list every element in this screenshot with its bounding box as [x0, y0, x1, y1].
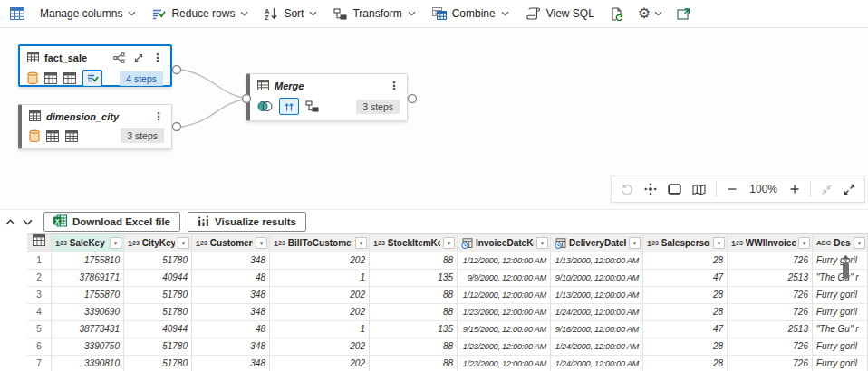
expand-diagram-icon[interactable] [838, 181, 861, 198]
column-header-CustomerKey[interactable]: 123CustomerKey▾ [192, 233, 270, 252]
fit-to-screen-icon[interactable] [662, 181, 687, 197]
cell[interactable]: 202 [270, 252, 370, 270]
node-menu-icon[interactable]: ⋮ [153, 112, 164, 121]
table-step-icon[interactable] [63, 72, 76, 84]
expanded-column-step-icon[interactable] [279, 98, 299, 115]
cell[interactable]: 1755810 [52, 252, 124, 270]
database-icon[interactable] [29, 129, 40, 143]
visualize-results-button[interactable]: Visualize results [188, 212, 306, 232]
column-header-DeliveryDateKey[interactable]: DeliveryDateKey▾ [551, 233, 643, 252]
cell[interactable]: 1/24/2000, 12:00:00 AM [551, 338, 643, 356]
cell[interactable]: 51780 [124, 338, 192, 356]
merge-venn-icon[interactable] [257, 100, 273, 112]
cell[interactable]: 40944 [124, 321, 192, 338]
cell[interactable]: 51780 [124, 304, 192, 321]
query-node-merge[interactable]: Merge ⋮ 3 steps [246, 73, 408, 121]
cell[interactable]: 9/16/2000, 12:00:00 AM [551, 321, 643, 338]
column-header-WWIInvoiceID[interactable]: 123WWIInvoiceID▾ [728, 233, 813, 252]
column-header-StockItemKey[interactable]: 123StockItemKey▾ [370, 233, 458, 252]
column-filter-dropdown-icon[interactable]: ▾ [798, 237, 810, 249]
cell[interactable]: 1755870 [52, 287, 124, 304]
cell[interactable]: 3390750 [52, 338, 124, 356]
cell[interactable]: 51780 [124, 252, 192, 270]
cell[interactable]: 1/13/2000, 12:00:00 AM [551, 287, 643, 304]
scroll-up-icon[interactable] [842, 254, 850, 260]
cell[interactable]: 726 [728, 338, 813, 356]
query-table-icon[interactable] [4, 4, 31, 24]
column-filter-dropdown-icon[interactable]: ▾ [629, 237, 641, 249]
expand-node-icon[interactable] [133, 52, 144, 63]
cell[interactable]: 1/12/2000, 12:00:00 AM [458, 287, 551, 304]
row-number[interactable]: 3 [27, 287, 52, 304]
cell[interactable]: 2513 [728, 270, 813, 287]
node-menu-icon[interactable]: ⋮ [389, 81, 400, 90]
column-filter-dropdown-icon[interactable]: ▾ [443, 237, 455, 249]
cell[interactable]: 88 [370, 356, 458, 371]
column-filter-dropdown-icon[interactable]: ▾ [713, 237, 725, 249]
cell[interactable]: 1/23/2000, 12:00:00 AM [458, 304, 551, 321]
database-icon[interactable] [27, 71, 38, 85]
cell[interactable]: 9/15/2000, 12:00:00 AM [458, 321, 551, 338]
cell[interactable]: 726 [728, 356, 813, 371]
cell[interactable]: Furry goril [813, 304, 868, 321]
cell[interactable]: 88 [370, 304, 458, 321]
cell[interactable]: 1/23/2000, 12:00:00 AM [458, 356, 551, 371]
cell[interactable]: 28 [643, 287, 728, 304]
steps-badge-merge[interactable]: 3 steps [356, 100, 400, 114]
cell[interactable]: 1 [270, 321, 370, 338]
table-step-icon[interactable] [65, 130, 78, 142]
column-filter-dropdown-icon[interactable]: ▾ [854, 237, 865, 249]
cell[interactable]: 3390810 [52, 356, 124, 371]
column-header-SaleKey[interactable]: 123SaleKey▾ [52, 233, 124, 252]
cell[interactable]: 726 [728, 304, 813, 321]
minimap-icon[interactable] [687, 181, 711, 198]
cell[interactable]: 1/24/2000, 12:00:00 AM [551, 356, 643, 371]
cell[interactable]: 88 [370, 338, 458, 356]
node-menu-icon[interactable]: ⋮ [152, 53, 163, 62]
column-filter-dropdown-icon[interactable]: ▾ [110, 237, 121, 249]
cell[interactable]: 47 [643, 321, 728, 338]
reduce-rows-menu[interactable]: Reduce rows [145, 4, 256, 24]
cell[interactable]: 28 [643, 304, 728, 321]
cell[interactable]: 51780 [124, 356, 192, 371]
column-header-CityKey[interactable]: 123CityKey▾ [124, 233, 192, 252]
cell[interactable]: 1/12/2000, 12:00:00 AM [458, 252, 551, 270]
cell[interactable]: 2513 [728, 321, 813, 338]
cell[interactable]: 202 [270, 287, 370, 304]
diagram-canvas[interactable]: fact_sale ⋮ 4 steps dimension_city ⋮ [0, 28, 868, 210]
cell[interactable]: Furry goril [813, 338, 868, 356]
cell[interactable]: 348 [192, 287, 270, 304]
cell[interactable]: Furry goril [813, 287, 868, 304]
table-step-icon[interactable] [46, 130, 59, 142]
column-filter-dropdown-icon[interactable]: ▾ [256, 237, 267, 249]
cell[interactable]: Furry goril [813, 356, 868, 371]
cell[interactable]: 1/24/2000, 12:00:00 AM [551, 304, 643, 321]
choose-columns-step-icon[interactable] [82, 70, 102, 87]
steps-badge-fact-sale[interactable]: 4 steps [120, 71, 163, 86]
cell[interactable]: 28 [643, 356, 728, 371]
cell[interactable]: 88 [370, 252, 458, 270]
row-number[interactable]: 4 [27, 304, 52, 321]
cell[interactable]: 38773431 [52, 321, 124, 338]
column-filter-dropdown-icon[interactable]: ▾ [536, 237, 548, 249]
cell[interactable]: 135 [370, 321, 458, 338]
row-number[interactable]: 5 [27, 321, 52, 338]
cell[interactable]: 1/23/2000, 12:00:00 AM [458, 338, 551, 356]
cell[interactable]: 348 [192, 304, 270, 321]
scrollbar-thumb[interactable] [843, 262, 849, 279]
row-number[interactable]: 6 [27, 338, 52, 356]
related-queries-icon[interactable] [113, 52, 125, 63]
row-number[interactable]: 2 [27, 270, 52, 287]
undo-layout-icon[interactable] [615, 181, 639, 198]
manage-columns-menu[interactable]: Manage columns [33, 4, 143, 24]
cell[interactable]: 88 [370, 287, 458, 304]
cell[interactable]: 348 [192, 338, 270, 356]
row-number[interactable]: 7 [27, 356, 52, 371]
cell[interactable]: 1/13/2000, 12:00:00 AM [551, 252, 643, 270]
column-header-BillToCustomerKey[interactable]: 123BillToCustomerKey▾ [270, 233, 370, 252]
cell[interactable]: 202 [270, 338, 370, 356]
zoom-in-button[interactable] [784, 181, 805, 197]
zoom-out-button[interactable] [721, 181, 743, 197]
download-excel-button[interactable]: X Download Excel file [43, 212, 180, 232]
column-header-Description[interactable]: ABCDescription▾ [813, 233, 868, 252]
